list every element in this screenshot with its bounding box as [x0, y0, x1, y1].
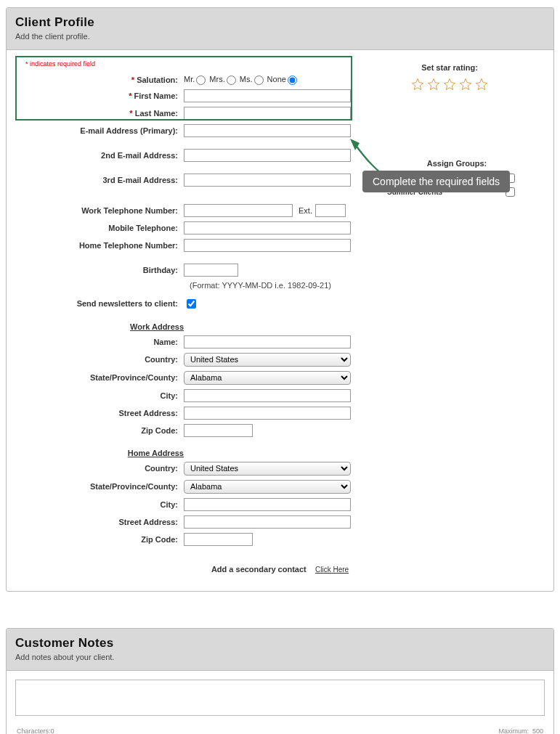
star-icon[interactable] — [427, 78, 440, 92]
notes-title: Customer Notes — [15, 636, 545, 651]
notes-subtitle: Add notes about your client. — [15, 653, 545, 661]
home-zip-input[interactable] — [184, 533, 253, 546]
birthday-input[interactable] — [184, 264, 238, 277]
star-icon[interactable] — [459, 78, 472, 92]
row-home-country: Country: United States — [17, 462, 543, 476]
row-home-zip: Zip Code: — [17, 533, 543, 546]
section-home-address: Home Address — [17, 449, 184, 457]
radio-none[interactable] — [288, 76, 297, 85]
work-country-select[interactable]: United States — [184, 353, 351, 367]
row-work-phone: Work Telephone Number: Ext. — [17, 204, 543, 217]
label-birthday: Birthday: — [17, 266, 184, 274]
salutation-radios: Mr. Mrs. Ms. None — [184, 75, 299, 85]
row-birthday: Birthday: — [17, 264, 543, 277]
label-newsletter: Send newsletters to client: — [17, 299, 184, 308]
home-city-input[interactable] — [184, 498, 351, 511]
char-counter: Characters:0 — [17, 727, 54, 734]
secondary-contact: Add a secondary contact Click Here — [17, 565, 543, 574]
row-work-state: State/Province/County: Alabama — [17, 371, 543, 385]
email-3-input[interactable] — [184, 174, 351, 187]
label-home-state: State/Province/County: — [17, 482, 184, 491]
label-home-street: Street Address: — [17, 518, 184, 526]
customer-notes-panel: Customer Notes Add notes about your clie… — [6, 628, 554, 734]
row-home-state: State/Province/County: Alabama — [17, 480, 543, 494]
row-home-phone: Home Telephone Number: — [17, 239, 543, 252]
row-work-country: Country: United States — [17, 353, 543, 367]
home-state-select[interactable]: Alabama — [184, 480, 351, 494]
newsletter-checkbox[interactable] — [187, 299, 196, 309]
star-rating-block: Set star rating: — [377, 63, 522, 92]
label-mobile-phone: Mobile Telephone: — [17, 224, 184, 232]
email-2-input[interactable] — [184, 149, 351, 162]
star-icon[interactable] — [443, 78, 456, 92]
label-home-phone: Home Telephone Number: — [17, 241, 184, 250]
annotation-callout: Complete the required fields — [362, 171, 510, 192]
mobile-phone-input[interactable] — [184, 221, 351, 235]
birthday-hint: (Format: YYYY-MM-DD i.e. 1982-09-21) — [190, 281, 543, 290]
panel-title: Client Profile — [15, 15, 545, 30]
section-work-address: Work Address — [17, 322, 184, 331]
star-rating — [377, 78, 522, 92]
label-work-street: Street Address: — [17, 409, 184, 417]
client-profile-body: * indicates required field * Salutation:… — [7, 50, 553, 591]
row-work-zip: Zip Code: — [17, 424, 543, 437]
label-first-name: * First Name: — [17, 91, 184, 100]
row-email-primary: E-mail Address (Primary): — [17, 124, 543, 137]
work-state-select[interactable]: Alabama — [184, 371, 351, 385]
row-work-city: City: — [17, 389, 543, 402]
label-email-3: 3rd E-mail Address: — [17, 176, 184, 184]
label-work-phone: Work Telephone Number: — [17, 206, 184, 215]
form-rows: * Salutation: Mr. Mrs. Ms. None * First … — [17, 75, 543, 574]
label-work-state: State/Province/County: — [17, 373, 184, 382]
label-work-country: Country: — [17, 355, 184, 364]
label-email-2: 2nd E-mail Address: — [17, 151, 184, 160]
row-mobile-phone: Mobile Telephone: — [17, 221, 543, 235]
panel-subtitle: Add the client profile. — [15, 32, 545, 41]
label-work-name: Name: — [17, 338, 184, 346]
label-email-primary: E-mail Address (Primary): — [17, 126, 184, 135]
radio-mr[interactable] — [196, 76, 206, 85]
label-last-name: * Last Name: — [17, 109, 184, 118]
client-profile-panel: Client Profile Add the client profile. *… — [6, 7, 554, 592]
last-name-input[interactable] — [184, 107, 351, 120]
star-rating-title: Set star rating: — [377, 63, 522, 72]
customer-notes-header: Customer Notes Add notes about your clie… — [7, 629, 553, 671]
email-primary-input[interactable] — [184, 124, 351, 137]
first-name-input[interactable] — [184, 89, 351, 102]
label-ext: Ext. — [299, 206, 312, 215]
label-salutation: * Salutation: — [17, 76, 184, 84]
home-country-select[interactable]: United States — [184, 462, 351, 476]
home-street-input[interactable] — [184, 515, 351, 529]
notes-area — [15, 680, 545, 717]
secondary-link[interactable]: Click Here — [315, 566, 349, 574]
label-home-country: Country: — [17, 464, 184, 473]
radio-ms[interactable] — [254, 76, 264, 85]
label-home-city: City: — [17, 500, 184, 509]
home-phone-input[interactable] — [184, 239, 351, 252]
client-profile-header: Client Profile Add the client profile. — [7, 8, 553, 50]
secondary-label: Add a secondary contact — [211, 565, 307, 574]
radio-mrs[interactable] — [227, 76, 236, 85]
work-name-input[interactable] — [184, 335, 351, 348]
label-work-city: City: — [17, 391, 184, 400]
work-zip-input[interactable] — [184, 424, 253, 437]
work-phone-input[interactable] — [184, 204, 293, 217]
row-newsletter: Send newsletters to client: — [17, 297, 543, 311]
work-phone-ext-input[interactable] — [315, 204, 346, 217]
notes-textarea[interactable] — [15, 680, 545, 716]
row-home-city: City: — [17, 498, 543, 511]
work-street-input[interactable] — [184, 407, 351, 420]
row-last-name: * Last Name: — [17, 107, 543, 120]
row-work-street: Street Address: — [17, 407, 543, 420]
max-counter: Maximum: 500 — [498, 727, 543, 734]
notes-footer: Characters:0 Maximum: 500 — [7, 726, 553, 734]
row-home-street: Street Address: — [17, 515, 543, 529]
assign-groups-title: Assign Groups: — [384, 159, 529, 168]
star-icon[interactable] — [411, 78, 424, 92]
work-city-input[interactable] — [184, 389, 351, 402]
label-home-zip: Zip Code: — [17, 535, 184, 544]
star-icon[interactable] — [475, 78, 488, 92]
label-work-zip: Zip Code: — [17, 426, 184, 435]
row-work-name: Name: — [17, 335, 543, 348]
